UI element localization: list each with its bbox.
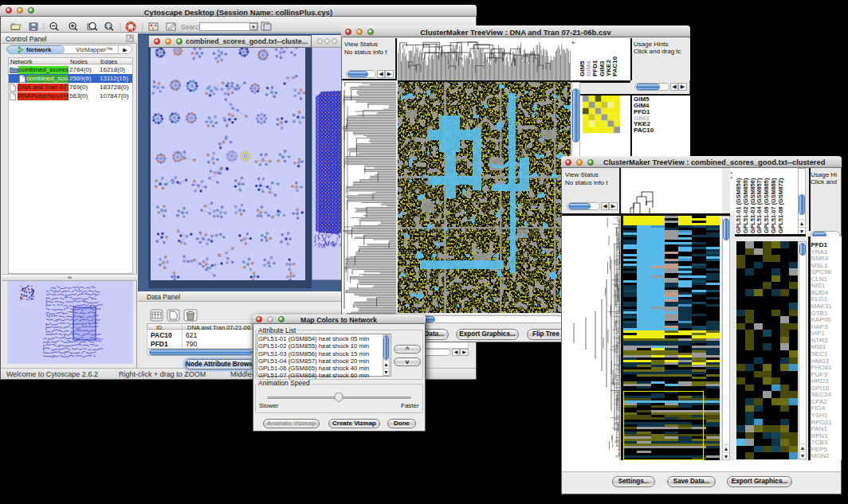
svg-text:1:1: 1:1 bbox=[106, 25, 112, 29]
